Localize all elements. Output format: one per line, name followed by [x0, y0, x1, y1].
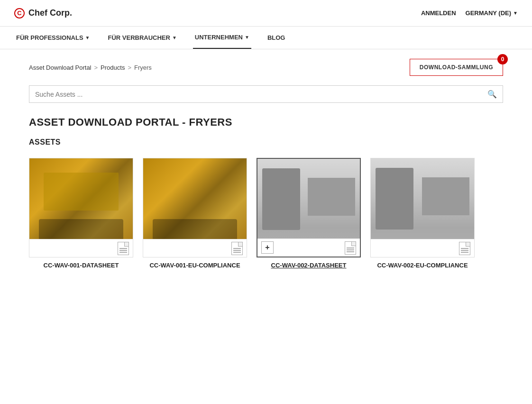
chevron-down-icon: ▼: [245, 35, 249, 40]
nav-item-blog[interactable]: BLOG: [266, 27, 287, 49]
breadcrumb: Asset Download Portal > Products > Fryer…: [29, 64, 152, 71]
asset-bottom-bar-3: +: [257, 239, 360, 257]
nav-label-professionals: FÜR PROFESSIONALS: [16, 34, 83, 41]
chevron-down-icon: ▼: [513, 10, 518, 16]
asset-name-4: CC-WAV-002-EU-COMPLIANCE: [370, 261, 475, 270]
asset-file-icon-3[interactable]: [345, 241, 356, 255]
nav-item-verbraucher[interactable]: FÜR VERBRAUCHER ▼: [106, 27, 178, 49]
nav-label-blog: BLOG: [267, 34, 285, 41]
asset-add-button-3[interactable]: +: [261, 241, 274, 254]
asset-name-1: CC-WAV-001-DATASHEET: [29, 261, 133, 270]
asset-bottom-bar-4: [371, 239, 474, 257]
download-badge: 0: [497, 54, 508, 64]
asset-image-wrapper-1: [29, 158, 133, 257]
asset-card-2[interactable]: CC-WAV-001-EU-COMPLIANCE: [143, 158, 247, 270]
breadcrumb-fryers: Fryers: [134, 64, 152, 71]
nav-label-unternehmen: UNTERNEHMEN: [195, 34, 243, 41]
asset-image-wrapper-3: +: [257, 158, 361, 257]
nav-item-professionals[interactable]: FÜR PROFESSIONALS ▼: [14, 27, 92, 49]
breadcrumb-separator-1: >: [94, 64, 98, 71]
country-label: GERMANY (DE): [466, 9, 512, 17]
nav-bar: FÜR PROFESSIONALS ▼ FÜR VERBRAUCHER ▼ UN…: [0, 27, 532, 49]
page-title: ASSET DOWNLOAD PORTAL - FRYERS: [29, 116, 503, 129]
search-icon[interactable]: 🔍: [487, 90, 497, 99]
asset-name-3[interactable]: CC-WAV-002-DATASHEET: [257, 261, 361, 270]
logo-c-icon: C: [14, 8, 25, 18]
asset-bottom-bar-2: [143, 239, 247, 257]
download-sammlung-button[interactable]: DOWNLOAD-SAMMLUNG: [410, 59, 503, 76]
search-bar: 🔍: [29, 85, 503, 103]
asset-file-icon-2[interactable]: [231, 242, 243, 255]
asset-card-1[interactable]: CC-WAV-001-DATASHEET: [29, 158, 133, 270]
login-button[interactable]: ANMELDEN: [421, 9, 456, 17]
nav-item-unternehmen[interactable]: UNTERNEHMEN ▼: [193, 27, 251, 49]
chevron-down-icon: ▼: [85, 35, 90, 40]
assets-grid: CC-WAV-001-DATASHEET CC-WAV-001-EU-COMPL…: [29, 158, 503, 270]
asset-card-4[interactable]: CC-WAV-002-EU-COMPLIANCE: [370, 158, 475, 270]
asset-card-3[interactable]: + CC-WAV-002-DATASHEET: [257, 158, 361, 270]
top-bar: C Chef Corp. ANMELDEN GERMANY (DE) ▼: [0, 0, 532, 27]
top-right-controls: ANMELDEN GERMANY (DE) ▼: [421, 9, 518, 17]
asset-name-2: CC-WAV-001-EU-COMPLIANCE: [143, 261, 247, 270]
breadcrumb-separator-2: >: [128, 64, 131, 71]
asset-file-icon-1[interactable]: [118, 242, 129, 255]
section-title: ASSETS: [29, 138, 503, 147]
logo-text: Chef Corp.: [28, 8, 72, 18]
chevron-down-icon: ▼: [172, 35, 177, 40]
nav-label-verbraucher: FÜR VERBRAUCHER: [108, 34, 170, 41]
download-btn-wrapper: 0 DOWNLOAD-SAMMLUNG: [410, 59, 503, 76]
breadcrumb-row: Asset Download Portal > Products > Fryer…: [29, 59, 503, 76]
asset-image-wrapper-4: [370, 158, 475, 257]
breadcrumb-asset-portal[interactable]: Asset Download Portal: [29, 64, 92, 71]
breadcrumb-products[interactable]: Products: [101, 64, 125, 71]
search-input[interactable]: [35, 91, 487, 98]
logo[interactable]: C Chef Corp.: [14, 8, 72, 18]
asset-image-wrapper-2: [143, 158, 247, 257]
asset-file-icon-4[interactable]: [459, 242, 470, 255]
asset-bottom-bar-1: [29, 239, 133, 257]
country-selector[interactable]: GERMANY (DE) ▼: [466, 9, 518, 17]
main-content: Asset Download Portal > Products > Fryer…: [15, 49, 517, 279]
